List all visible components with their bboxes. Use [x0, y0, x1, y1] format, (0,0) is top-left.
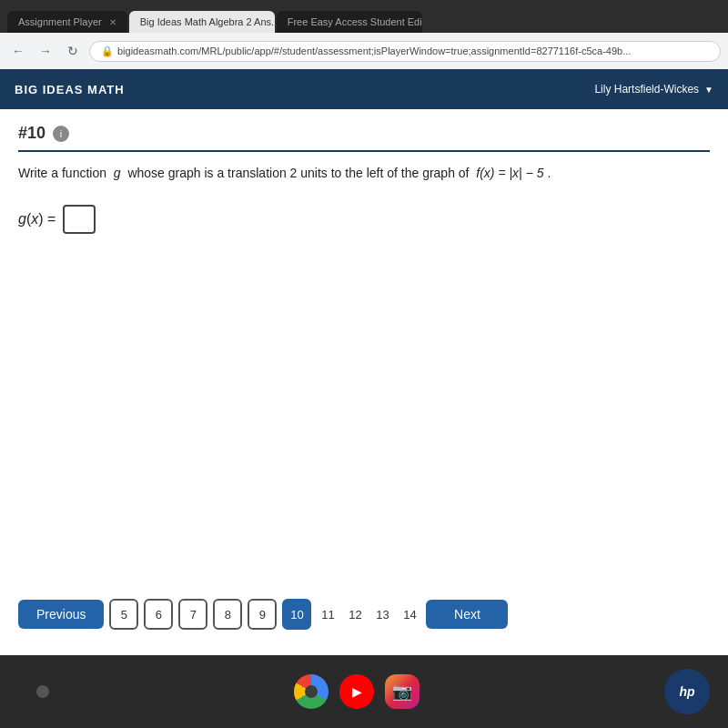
- answer-area: g(x) =: [18, 205, 710, 234]
- tab-free-access[interactable]: Free Easy Access Student Edit... ✕: [277, 11, 422, 33]
- question-header: #10 i: [18, 124, 710, 152]
- question-text: Write a function g whose graph is a tran…: [18, 163, 710, 183]
- hp-logo: hp: [664, 669, 710, 714]
- tab-close-icon[interactable]: ✕: [109, 17, 116, 27]
- reload-button[interactable]: ↻: [62, 40, 84, 62]
- hp-logo-area: hp: [664, 669, 710, 714]
- lock-icon: 🔒: [101, 46, 114, 57]
- user-menu[interactable]: Lily Hartsfield-Wickes ▼: [594, 83, 713, 96]
- question-text-suffix: .: [547, 166, 551, 180]
- page-button-8[interactable]: 8: [213, 599, 242, 630]
- chevron-down-icon: ▼: [704, 85, 713, 95]
- page-button-6[interactable]: 6: [144, 599, 173, 630]
- page-button-9[interactable]: 9: [248, 599, 277, 630]
- taskbar-small-circle: [36, 685, 49, 698]
- instagram-icon[interactable]: 📷: [385, 674, 420, 709]
- tab-bar: Assignment Player ✕ Big Ideas Math Algeb…: [0, 0, 728, 33]
- back-button[interactable]: ←: [7, 40, 29, 62]
- page-number-13[interactable]: 13: [371, 608, 393, 622]
- forward-button[interactable]: →: [35, 40, 56, 62]
- next-button[interactable]: Next: [426, 600, 508, 629]
- taskbar-icons: ▶ 📷: [294, 674, 420, 709]
- youtube-play-icon: ▶: [352, 684, 362, 699]
- chrome-icon[interactable]: [294, 674, 329, 709]
- page-number-14[interactable]: 14: [399, 608, 420, 622]
- main-content: #10 i Write a function g whose graph is …: [0, 109, 728, 655]
- page-number-11[interactable]: 11: [317, 608, 339, 622]
- browser-window: Assignment Player ✕ Big Ideas Math Algeb…: [0, 0, 728, 728]
- question-text-middle: whose graph is a translation 2 units to …: [127, 166, 469, 180]
- pagination-bar: Previous 5 6 7 8 9 10 11 12 13 14 N: [18, 588, 710, 641]
- bottom-taskbar: ▶ 📷 hp: [0, 655, 728, 728]
- tab-bigideas[interactable]: Big Ideas Math Algebra 2 Ans... ✕: [129, 11, 275, 33]
- page-number-12[interactable]: 12: [344, 608, 366, 622]
- info-icon[interactable]: i: [53, 126, 69, 142]
- question-g-var: g: [114, 166, 121, 180]
- url-text: bigideasmath.com/MRL/public/app/#/studen…: [117, 46, 631, 56]
- content-spacer: [18, 252, 710, 588]
- url-bar[interactable]: 🔒 bigideasmath.com/MRL/public/app/#/stud…: [89, 41, 721, 62]
- question-fx-expr: f(x) = |x| − 5: [476, 166, 543, 180]
- question-number: #10: [18, 124, 46, 143]
- youtube-icon[interactable]: ▶: [339, 674, 374, 709]
- previous-button[interactable]: Previous: [18, 600, 104, 629]
- app-logo: BIG IDEAS MATH: [15, 83, 125, 96]
- app-header: BIG IDEAS MATH Lily Hartsfield-Wickes ▼: [0, 69, 728, 109]
- page-button-5[interactable]: 5: [109, 599, 138, 630]
- instagram-camera-icon: 📷: [392, 682, 412, 702]
- user-name: Lily Hartsfield-Wickes: [594, 83, 699, 96]
- answer-input-box[interactable]: [63, 205, 96, 234]
- answer-label: g(x) =: [18, 211, 56, 228]
- tab-assignment-player[interactable]: Assignment Player ✕: [7, 11, 127, 33]
- page-button-10[interactable]: 10: [282, 599, 311, 630]
- question-text-prefix: Write a function: [18, 166, 106, 180]
- address-bar: ← → ↻ 🔒 bigideasmath.com/MRL/public/app/…: [0, 33, 728, 69]
- page-button-7[interactable]: 7: [178, 599, 207, 630]
